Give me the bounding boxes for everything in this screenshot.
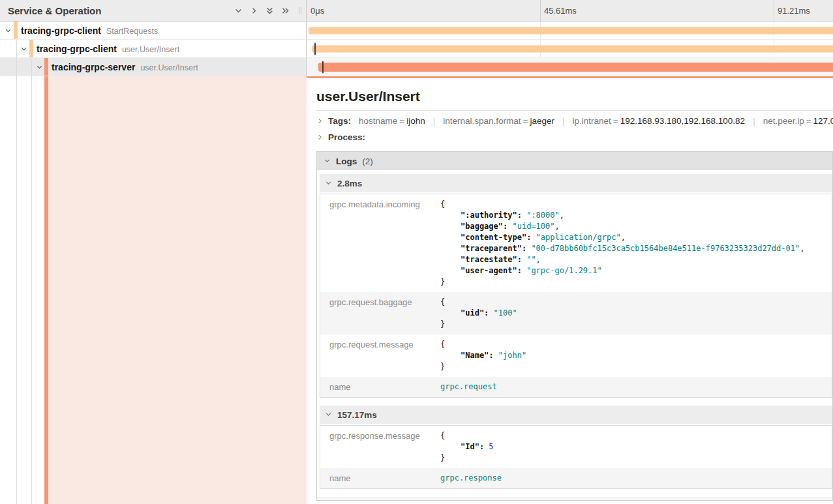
column-resize-grip[interactable] [297, 6, 303, 16]
log-timestamp-header[interactable]: 157.17ms [320, 406, 832, 424]
log-field-value: {"Name": "john"} [440, 334, 832, 377]
double-chevron-down-icon[interactable] [265, 7, 274, 15]
operation-name: StartRequests [106, 27, 158, 36]
span-row[interactable]: tracing-grpc-serveruser.User/Insert [0, 58, 307, 76]
logs-count: (2) [362, 156, 373, 166]
log-field-key: name [320, 377, 440, 397]
log-field-key: grpc.request.baggage [320, 292, 440, 334]
tag-item: ip.intranet=192.168.93.180,192.168.100.8… [573, 116, 746, 126]
log-field-row: namegrpc.request [320, 377, 832, 397]
logs-footer: Log timestamps are relative to the start… [317, 497, 832, 501]
tag-item: internal.span.format=jaeger [443, 116, 554, 126]
trace-timeline-view: Service & Operation tracing-grpc-clientS… [0, 0, 833, 504]
log-field-value: {"Id": 5} [440, 426, 832, 468]
log-marker-tick[interactable] [314, 42, 316, 55]
timeline-collapse-controls [234, 7, 290, 15]
span-duration-bar[interactable] [318, 63, 833, 72]
logs-body: 2.8msgrpc.metadata.incoming{":authority"… [317, 170, 832, 497]
selected-span-row-fill [0, 76, 307, 504]
chevron-down-icon[interactable] [234, 7, 243, 15]
log-field-value: {"uid": "100"} [440, 292, 832, 334]
span-color-bar [14, 22, 18, 39]
timeline-rows [307, 22, 833, 76]
log-field-value: {":authority": ":8000","baggage": "uid=1… [440, 194, 832, 292]
log-timestamp: 2.8ms [337, 179, 362, 188]
service-operation-title: Service & Operation [8, 5, 234, 16]
timeline-ruler[interactable]: 0μs45.61ms91.21ms [307, 0, 833, 22]
tree-indent-guide [31, 58, 32, 504]
log-marker-tick[interactable] [322, 61, 324, 74]
logs-accordian: Logs (2) 2.8msgrpc.metadata.incoming{":a… [316, 151, 833, 501]
chevron-down-icon [325, 179, 332, 188]
expand-chevron-icon[interactable] [20, 45, 27, 52]
log-field-value: grpc.response [440, 468, 832, 488]
ruler-gridline [774, 0, 774, 21]
log-field-value: grpc.request [440, 377, 832, 397]
log-fields-table: grpc.metadata.incoming{":authority": ":8… [320, 194, 832, 398]
tags-summary: hostname=ijohn|internal.span.format=jaeg… [359, 116, 833, 126]
log-timestamp-header[interactable]: 2.8ms [320, 174, 832, 192]
log-fields-table: grpc.response.message{"Id": 5}namegrpc.r… [320, 425, 832, 489]
span-detail: user.User/Insert Tags: hostname=ijohn|in… [307, 89, 833, 501]
ruler-tick-label: 45.61ms [544, 6, 577, 16]
tag-separator: | [753, 116, 755, 126]
tag-item: net.peer.ip=127.0 [763, 116, 833, 126]
tags-accordian[interactable]: Tags: hostname=ijohn|internal.span.forma… [316, 111, 833, 131]
expand-chevron-icon[interactable] [5, 27, 12, 34]
ruler-tick-label: 91.21ms [778, 6, 810, 16]
log-field-row: grpc.request.message{"Name": "john"} [320, 334, 832, 377]
span-name-column: Service & Operation tracing-grpc-clientS… [0, 0, 307, 504]
operation-name: user.User/Insert [140, 63, 198, 72]
chevron-right-icon [316, 134, 324, 141]
tag-separator: | [562, 116, 565, 126]
span-row[interactable]: tracing-grpc-clientuser.User/Insert [0, 40, 307, 58]
log-timestamp: 157.17ms [337, 410, 377, 420]
span-duration-bar[interactable] [312, 45, 833, 52]
tag-item: hostname=ijohn [359, 116, 425, 126]
service-name: tracing-grpc-client [37, 44, 117, 54]
span-color-bar [44, 58, 48, 76]
span-duration-bar[interactable] [309, 27, 833, 34]
span-color-bar [29, 40, 33, 57]
log-field-key: grpc.request.message [320, 334, 440, 377]
log-field-key: grpc.metadata.incoming [320, 194, 440, 292]
double-chevron-right-icon[interactable] [281, 7, 290, 15]
selected-span-tint [48, 76, 307, 504]
timeline-row [307, 40, 833, 58]
log-field-row: grpc.request.baggage{"uid": "100"} [320, 292, 832, 334]
operation-name: user.User/Insert [122, 45, 179, 54]
log-field-row: grpc.response.message{"Id": 5} [320, 426, 832, 468]
timeline-row [307, 22, 833, 40]
log-field-row: grpc.metadata.incoming{":authority": ":8… [320, 194, 832, 292]
ruler-gridline [540, 0, 541, 21]
chevron-right-icon[interactable] [250, 7, 258, 15]
panel-splitter[interactable] [306, 0, 307, 76]
span-detail-title: user.User/Insert [316, 89, 833, 111]
tree-indent-guide [16, 40, 17, 504]
chevron-right-icon [316, 117, 324, 125]
chevron-down-icon [325, 410, 332, 420]
logs-label: Logs [336, 156, 357, 166]
log-field-key: name [320, 468, 440, 488]
service-name: tracing-grpc-client [21, 25, 101, 36]
tags-label: Tags: [328, 116, 351, 126]
log-field-row: namegrpc.response [320, 468, 832, 488]
log-field-key: grpc.response.message [320, 426, 440, 468]
process-accordian[interactable]: Process: [316, 131, 833, 147]
span-row[interactable]: tracing-grpc-clientStartRequests [0, 22, 307, 40]
service-operation-header: Service & Operation [0, 0, 307, 22]
expand-chevron-icon[interactable] [36, 63, 43, 70]
tag-separator: | [433, 116, 436, 126]
process-label: Process: [328, 132, 365, 142]
span-detail-accent [307, 76, 833, 78]
span-tree: tracing-grpc-clientStartRequeststracing-… [0, 22, 307, 76]
service-name: tracing-grpc-server [52, 62, 135, 72]
logs-header[interactable]: Logs (2) [317, 152, 832, 170]
chevron-down-icon [324, 156, 331, 166]
timeline-row [307, 58, 833, 76]
timeline-panel: 0μs45.61ms91.21ms user.User/Insert Tags:… [307, 0, 833, 504]
ruler-tick-label: 0μs [310, 6, 324, 16]
